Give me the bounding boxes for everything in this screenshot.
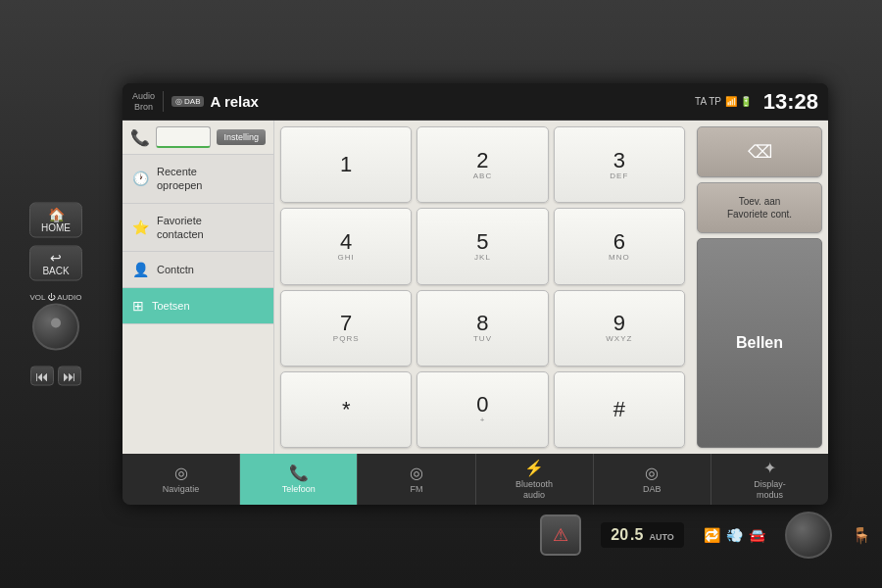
seat-heat-icon[interactable]: 🪑 <box>852 526 871 545</box>
climate-knob-right[interactable] <box>785 512 832 559</box>
key-9-button[interactable]: 9WXYZ <box>554 290 685 367</box>
climate-display: 20 .5 AUTO <box>601 522 683 548</box>
clock-icon: 🕐 <box>132 171 149 186</box>
audio-label-line2: Bron <box>134 102 153 113</box>
right-panel: ⌫ Toev. aanFavoriete cont. Bellen <box>691 121 828 454</box>
temp-value: 20 <box>611 526 628 544</box>
phone-icon: 📞 <box>130 128 150 147</box>
ta-tp-status: TA TP <box>695 96 721 107</box>
key-7-button[interactable]: 7PQRS <box>280 290 412 367</box>
dab-nav-icon: ◎ <box>645 464 659 482</box>
station-name: A relax <box>210 93 695 110</box>
hazard-button[interactable]: ⚠ <box>540 514 581 556</box>
contacten-label: Contctn <box>157 263 194 276</box>
key-0-button[interactable]: 0+ <box>416 371 548 448</box>
vol-label: VOL ⏻ AUDIO <box>29 293 81 302</box>
back-button[interactable]: ↩ BACK <box>29 246 82 281</box>
sidebar-item-contacten[interactable]: 👤 Contctn <box>122 252 273 288</box>
keypad-area: 12ABC3DEF4GHI5JKL6MNO7PQRS8TUV9WXYZ*0+# <box>274 121 691 454</box>
main-screen: Audio Bron ◎ DAB A relax TA TP 📶 🔋 13:28… <box>122 83 828 505</box>
clock: 13:28 <box>763 89 818 115</box>
key-3-button[interactable]: 3DEF <box>554 126 685 203</box>
status-icons: TA TP 📶 🔋 <box>695 96 752 107</box>
key-6-button[interactable]: 6MNO <box>554 208 685 284</box>
call-button[interactable]: Bellen <box>697 238 822 448</box>
key-#-button[interactable]: # <box>554 371 685 448</box>
skip-buttons: ⏮ ⏭ <box>30 367 81 386</box>
bottom-controls: ⚠ 20 .5 AUTO 🔁 💨 🚘 🪑 <box>412 512 882 559</box>
left-panel: 🏠 HOME ↩ BACK VOL ⏻ AUDIO ⏮ ⏭ <box>29 203 82 386</box>
nav-item-bluetooth[interactable]: ⚡Bluetoothaudio <box>476 454 594 505</box>
keypad-icon: ⊞ <box>132 298 144 314</box>
vol-knob-container: VOL ⏻ AUDIO <box>29 293 81 351</box>
nav-item-dab[interactable]: ◎DAB <box>594 454 711 505</box>
sidebar-item-favoriete[interactable]: ⭐ Favorietecontacten <box>122 204 273 253</box>
backspace-button[interactable]: ⌫ <box>697 126 822 177</box>
skip-prev-button[interactable]: ⏮ <box>30 367 54 386</box>
key-2-button[interactable]: 2ABC <box>416 126 548 203</box>
key-5-button[interactable]: 5JKL <box>416 208 548 284</box>
instelling-button[interactable]: Instelling <box>217 129 266 145</box>
nav-item-fm[interactable]: ◎FM <box>358 454 475 505</box>
nav-item-display[interactable]: ✦Display-modus <box>711 454 828 505</box>
vent-icons: 🔁 💨 🚘 <box>704 527 765 543</box>
key-*-button[interactable]: * <box>280 371 412 448</box>
content-area: 📞 Instelling 🕐 Recenteoproepen ⭐ Favorie… <box>122 121 828 454</box>
sidebar-item-toetsen[interactable]: ⊞ Toetsen <box>122 288 273 324</box>
favcontact-label: Toev. aanFavoriete cont. <box>727 195 792 220</box>
phone-input-row: 📞 Instelling <box>122 121 273 155</box>
audio-source[interactable]: Audio Bron <box>132 91 164 113</box>
key-1-button[interactable]: 1 <box>280 126 412 203</box>
signal-icons: 📶 🔋 <box>725 96 752 107</box>
backspace-icon: ⌫ <box>748 141 772 163</box>
audio-label-line1: Audio <box>132 91 155 102</box>
favoriete-label: Favorietecontacten <box>157 214 204 242</box>
key-8-button[interactable]: 8TUV <box>416 290 548 367</box>
bluetooth-nav-icon: ⚡ <box>524 459 544 477</box>
car-surround: 🏠 HOME ↩ BACK VOL ⏻ AUDIO ⏮ ⏭ Audio Bron <box>0 0 882 588</box>
contact-icon: 👤 <box>132 262 149 277</box>
bottom-nav: ◎Navigatie📞Telefoon◎FM⚡Bluetoothaudio◎DA… <box>122 454 828 505</box>
sidebar-item-recente[interactable]: 🕐 Recenteoproepen <box>122 155 273 204</box>
toetsen-label: Toetsen <box>152 299 190 313</box>
fm-nav-icon: ◎ <box>410 464 423 482</box>
navigatie-nav-icon: ◎ <box>174 464 188 482</box>
key-4-button[interactable]: 4GHI <box>280 208 412 284</box>
display-nav-icon: ✦ <box>763 459 776 477</box>
nav-item-navigatie[interactable]: ◎Navigatie <box>122 454 240 505</box>
skip-next-button[interactable]: ⏭ <box>58 367 81 386</box>
auto-label: AUTO <box>649 532 673 542</box>
dab-badge: ◎ DAB <box>172 96 204 107</box>
left-sidebar: 📞 Instelling 🕐 Recenteoproepen ⭐ Favorie… <box>122 121 274 454</box>
recente-label: Recenteoproepen <box>157 165 203 193</box>
vol-knob[interactable] <box>32 304 79 351</box>
star-icon: ⭐ <box>132 220 149 235</box>
keypad-grid: 12ABC3DEF4GHI5JKL6MNO7PQRS8TUV9WXYZ*0+# <box>280 126 685 448</box>
vent-icon-3: 🚘 <box>749 527 765 543</box>
bellen-label: Bellen <box>736 334 783 352</box>
phone-input-field[interactable] <box>156 126 211 148</box>
telefoon-nav-icon: 📞 <box>289 464 309 482</box>
add-to-favorites-button[interactable]: Toev. aanFavoriete cont. <box>697 182 822 233</box>
nav-item-telefoon[interactable]: 📞Telefoon <box>240 454 358 505</box>
home-button[interactable]: 🏠 HOME <box>29 203 82 238</box>
temp-decimal: .5 <box>630 526 643 544</box>
top-bar: Audio Bron ◎ DAB A relax TA TP 📶 🔋 13:28 <box>122 83 828 121</box>
vent-icon-2: 💨 <box>726 527 743 543</box>
vent-icon-1: 🔁 <box>704 527 720 543</box>
